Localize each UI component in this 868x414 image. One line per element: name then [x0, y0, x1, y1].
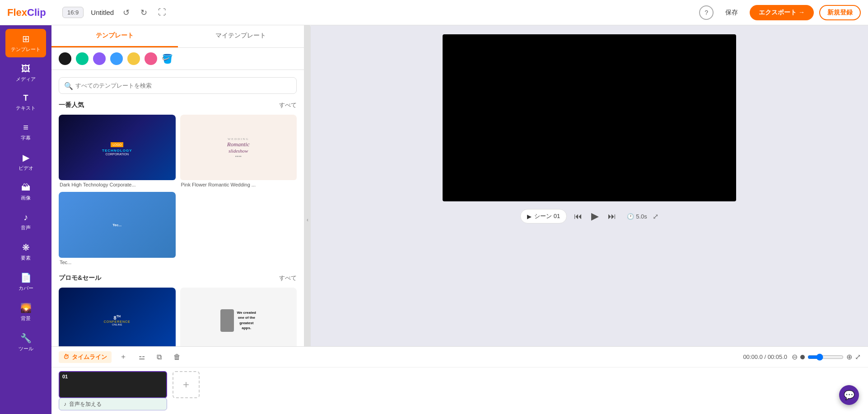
scene-button[interactable]: ▶ シーン 01 [520, 209, 567, 223]
elements-icon: ❋ [22, 242, 30, 253]
sidebar-item-elements[interactable]: ❋ 要素 [5, 237, 46, 266]
sidebar-item-cover[interactable]: 📄 カバー [5, 268, 46, 296]
topbar-icons: ↺ ↻ ⛶ [119, 6, 170, 19]
search-input[interactable] [59, 77, 297, 94]
sidebar-item-media[interactable]: 🖼 メディア [5, 59, 46, 87]
scene-number: 01 [62, 374, 68, 379]
tab-templates[interactable]: テンプレート [51, 25, 178, 47]
expand-button[interactable]: ⤢ [653, 212, 658, 221]
zoom-slider[interactable] [807, 354, 844, 361]
template-label-tech: Dark High Technology Corporate... [59, 182, 176, 187]
add-scene-button[interactable]: + [173, 371, 200, 398]
duplicate-button[interactable]: ⧉ [153, 351, 165, 363]
audio-track[interactable]: ♪ 音声を加える [59, 398, 167, 410]
topbar: FlexClip 16:9 Untitled ↺ ↻ ⛶ ? 保存 エクスポート… [0, 0, 868, 25]
duration-display: 🕐 5.0s [627, 213, 647, 220]
timeline-section: ⏱ タイムライン ＋ ⚍ ⧉ 🗑 00:00.0 / 00:05.0 ⊖ ⊕ ⤢… [51, 346, 868, 414]
color-teal[interactable] [76, 52, 89, 65]
playback-controls: ▶ シーン 01 ⏮ ▶ ⏭ 🕐 5.0s ⤢ [520, 209, 658, 224]
background-icon: 🌄 [20, 302, 32, 313]
timeline-label-button[interactable]: ⏱ タイムライン [59, 351, 112, 363]
audio-icon: ♪ [23, 212, 28, 223]
sidebar-item-tools[interactable]: 🔧 ツール [5, 328, 46, 357]
sidebar-item-video[interactable]: ▶ ビデオ [5, 148, 46, 176]
template-card-tech[interactable]: LOGO TECHNOLOGY CORPORATION Dark High Te… [59, 115, 176, 187]
template-label-wedding: Pink Flower Romantic Wedding ... [180, 182, 297, 187]
sidebar-item-image[interactable]: 🏔 画像 [5, 178, 46, 206]
color-black[interactable] [59, 52, 71, 65]
color-pink[interactable] [145, 52, 157, 65]
zoom-in-button[interactable]: ⊕ [846, 353, 852, 361]
sidebar-item-label: 画像 [21, 195, 31, 201]
sidebar-item-template[interactable]: ⊞ テンプレート [5, 29, 46, 57]
scene-label: シーン 01 [534, 212, 560, 220]
save-button[interactable]: 保存 [719, 6, 744, 19]
text-icon: T [23, 93, 28, 103]
sidebar-item-label: ツール [19, 345, 33, 352]
sidebar-item-audio[interactable]: ♪ 音声 [5, 208, 46, 236]
document-title: Untitled [91, 9, 114, 16]
timeline-toolbar: ⏱ タイムライン ＋ ⚍ ⧉ 🗑 00:00.0 / 00:05.0 ⊖ ⊕ ⤢ [51, 347, 868, 367]
template-grid-popular: LOGO TECHNOLOGY CORPORATION Dark High Te… [59, 115, 297, 265]
section-all-popular[interactable]: すべて [279, 101, 297, 109]
color-yellow[interactable] [127, 52, 140, 65]
register-button[interactable]: 新規登録 [819, 5, 861, 20]
section-all-promo[interactable]: すべて [279, 274, 297, 282]
media-icon: 🖼 [21, 64, 30, 74]
fullscreen-button[interactable]: ⛶ [154, 6, 170, 19]
logo-text: FlexClip [7, 7, 46, 19]
clock-icon: 🕐 [627, 213, 634, 220]
next-scene-button[interactable]: ⏭ [606, 210, 618, 223]
aspect-ratio-button[interactable]: 16:9 [62, 7, 84, 18]
time-display: 00:00.0 / 00:05.0 [743, 354, 787, 360]
audio-label: 音声を加える [69, 400, 102, 408]
zoom-out-button[interactable]: ⊖ [792, 353, 798, 361]
prev-scene-button[interactable]: ⏮ [572, 210, 584, 223]
sidebar-item-label: メディア [16, 76, 36, 83]
timeline-icon: ⏱ [63, 354, 69, 360]
tools-icon: 🔧 [20, 333, 32, 344]
timeline-label-text: タイムライン [72, 353, 107, 361]
duration-value: 5.0s [636, 213, 647, 220]
sidebar-item-background[interactable]: 🌄 背景 [5, 298, 46, 326]
sidebar: ⊞ テンプレート 🖼 メディア T テキスト ≡ 字幕 ▶ ビデオ 🏔 画像 ♪… [0, 25, 51, 414]
search-icon: 🔍 [64, 81, 73, 90]
play-icon: ▶ [527, 213, 532, 220]
undo-button[interactable]: ↺ [119, 6, 133, 19]
color-bar: 🪣 [51, 48, 304, 70]
chat-button[interactable]: 💬 [839, 385, 859, 405]
timeline-body: 01 + ♪ 音声を加える [51, 367, 868, 414]
color-blue[interactable] [110, 52, 123, 65]
redo-button[interactable]: ↻ [137, 6, 151, 19]
sidebar-item-label: 要素 [21, 255, 31, 261]
sidebar-item-caption[interactable]: ≡ 字幕 [5, 118, 46, 146]
logo: FlexClip [7, 7, 57, 19]
play-pause-button[interactable]: ▶ [589, 209, 601, 224]
template-label-partial: Tec... [59, 260, 176, 265]
zoom-controls: ⊖ ⊕ ⤢ [792, 353, 861, 361]
section-header-promo: プロモ&セール すべて [59, 274, 297, 282]
fit-button[interactable]: ⤢ [855, 353, 861, 361]
help-button[interactable]: ? [699, 5, 714, 20]
sidebar-item-text[interactable]: T テキスト [5, 89, 46, 116]
split-button[interactable]: ⚍ [135, 351, 149, 363]
sidebar-item-label: テキスト [16, 105, 36, 112]
tab-my-templates[interactable]: マイテンプレート [178, 25, 304, 47]
export-button[interactable]: エクスポート → [750, 5, 814, 20]
topbar-right: ? 保存 エクスポート → 新規登録 [699, 5, 861, 20]
section-header-popular: 一番人気 すべて [59, 101, 297, 109]
image-icon: 🏔 [21, 182, 30, 193]
fill-icon[interactable]: 🪣 [162, 53, 173, 64]
video-preview [443, 34, 736, 201]
delete-button[interactable]: 🗑 [170, 351, 184, 363]
caption-icon: ≡ [23, 122, 28, 133]
template-card-wedding[interactable]: WEDDING Romantic slideshow ●●●● Pink Flo… [180, 115, 297, 187]
add-clip-button[interactable]: ＋ [116, 350, 131, 363]
cover-icon: 📄 [20, 272, 32, 283]
template-card-partial[interactable]: Tec... Tec... [59, 192, 176, 265]
scene-clip-01[interactable]: 01 [59, 371, 167, 398]
sidebar-item-label: 背景 [21, 315, 31, 322]
color-purple[interactable] [93, 52, 106, 65]
section-title-promo: プロモ&セール [59, 274, 101, 282]
section-title-popular: 一番人気 [59, 101, 84, 109]
